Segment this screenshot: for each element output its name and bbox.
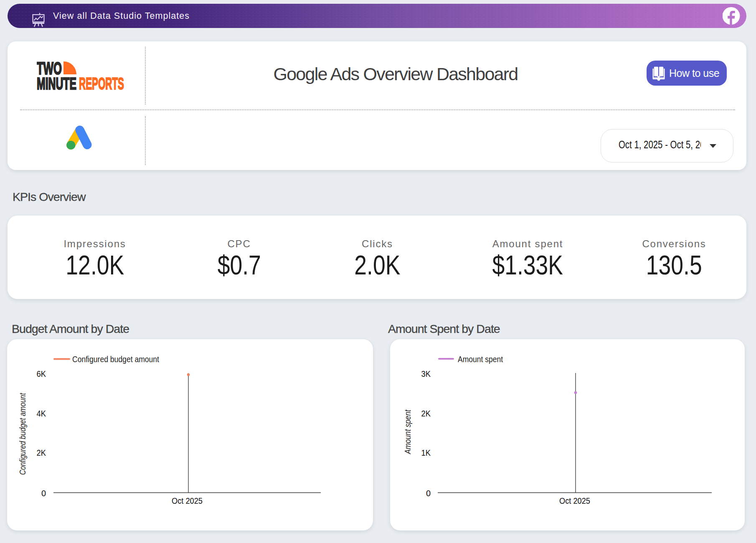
svg-text:Amount spent: Amount spent xyxy=(403,409,412,454)
svg-text:Oct 2025: Oct 2025 xyxy=(559,496,590,505)
svg-text:3K: 3K xyxy=(421,369,431,378)
svg-text:4K: 4K xyxy=(37,409,46,418)
svg-text:1K: 1K xyxy=(421,448,431,457)
svg-text:2K: 2K xyxy=(37,448,46,457)
svg-text:Configured budget amount: Configured budget amount xyxy=(18,393,27,475)
svg-text:Oct 2025: Oct 2025 xyxy=(172,496,203,505)
svg-text:0: 0 xyxy=(41,489,46,498)
svg-text:0: 0 xyxy=(426,489,431,498)
svg-text:Amount spent: Amount spent xyxy=(458,354,503,364)
svg-text:2K: 2K xyxy=(421,409,431,418)
svg-text:Configured budget amount: Configured budget amount xyxy=(72,354,159,364)
svg-text:6K: 6K xyxy=(37,369,46,378)
